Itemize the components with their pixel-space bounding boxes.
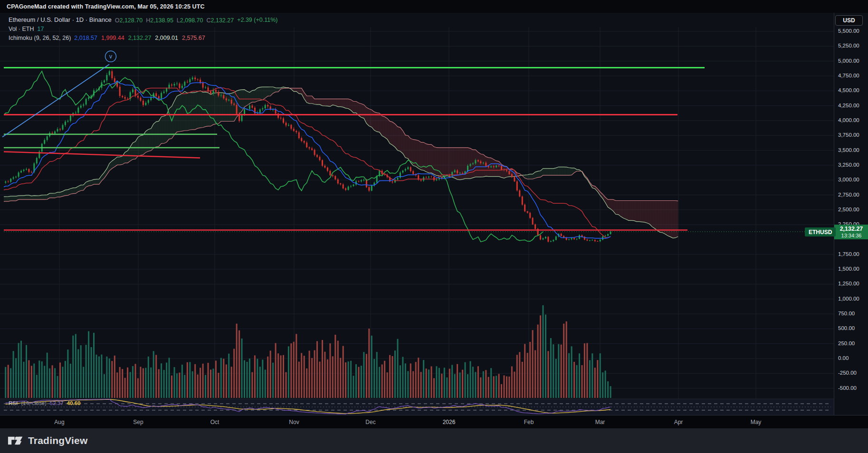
price-tick-label: 750.00 bbox=[838, 311, 855, 316]
price-tick-label: 3,750.00 bbox=[838, 132, 859, 138]
ichimoku-legend-row: Ichimoku (9, 26, 52, 26) 2,018.571,999.4… bbox=[9, 33, 277, 42]
price-tick-label: 5,000.00 bbox=[838, 58, 859, 64]
rsi-label: RSI bbox=[9, 400, 18, 406]
time-tick-label: Dec bbox=[365, 419, 375, 425]
time-tick-label: May bbox=[751, 419, 762, 425]
price-chart-canvas[interactable]: v bbox=[0, 13, 834, 415]
price-tick-label: 5,250.00 bbox=[838, 43, 859, 48]
price-tick-label: -250.00 bbox=[838, 370, 857, 376]
ichimoku-label: Ichimoku (9, 26, 52, 26) bbox=[9, 35, 71, 41]
tradingview-logo-icon bbox=[8, 435, 23, 446]
symbol-title: Ethereum / U.S. Dollar · 1D · Binance bbox=[9, 16, 112, 23]
price-tick-label: 1,250.00 bbox=[838, 281, 859, 286]
price-tick-label: 1,000.00 bbox=[838, 296, 859, 302]
ohlc-item: C2,132.27 bbox=[206, 16, 234, 24]
volume-legend-row: Vol · ETH 17 bbox=[9, 24, 277, 33]
last-price-badge: 2,132.27 13:34:36 bbox=[834, 225, 868, 239]
symbol-price-flag: ETHUSD bbox=[805, 227, 836, 236]
tradingview-snapshot: CPAGoneMad created with TradingView.com,… bbox=[0, 0, 868, 453]
ohlc-item: H2,138.95 bbox=[146, 16, 173, 24]
time-tick-label: Oct bbox=[210, 419, 219, 425]
price-tick-label: 4,000.00 bbox=[838, 117, 859, 123]
time-tick-label: Feb bbox=[524, 419, 534, 425]
price-axis[interactable]: USD 5,500.005,250.005,000.004,750.004,50… bbox=[834, 13, 868, 415]
price-tick-label: 3,000.00 bbox=[838, 177, 859, 182]
currency-unit-button[interactable]: USD bbox=[835, 15, 863, 26]
price-tick-label: 4,500.00 bbox=[838, 87, 859, 93]
change-value: +2.39 (+0.11%) bbox=[237, 17, 277, 23]
ichimoku-value: 2,009.01 bbox=[155, 35, 178, 41]
price-tick-label: 5,500.00 bbox=[838, 28, 859, 34]
time-tick-label: Apr bbox=[674, 419, 683, 425]
price-tick-label: 2,500.00 bbox=[838, 207, 859, 212]
bar-countdown: 13:34:36 bbox=[841, 232, 862, 239]
tradingview-logo-text: TradingView bbox=[28, 435, 88, 446]
ohlc-item: O2,128.70 bbox=[115, 16, 143, 24]
time-tick-label: Sep bbox=[133, 419, 143, 425]
ichimoku-value: 1,999.44 bbox=[101, 35, 124, 41]
attribution-bar: CPAGoneMad created with TradingView.com,… bbox=[0, 0, 868, 13]
attribution-text: CPAGoneMad created with TradingView.com,… bbox=[7, 3, 205, 10]
footer-bar: TradingView bbox=[0, 428, 868, 453]
chart-area[interactable]: v Ethereum / U.S. Dollar · 1D · Binance … bbox=[0, 13, 868, 415]
ichimoku-value: 2,575.67 bbox=[182, 35, 205, 41]
volume-label: Vol · ETH bbox=[9, 26, 34, 32]
rsi-params: (14, close) bbox=[21, 400, 47, 406]
ichimoku-value: 2,018.57 bbox=[74, 35, 97, 41]
rsi-ma-value: 40.60 bbox=[67, 400, 81, 406]
time-tick-label: 2026 bbox=[443, 419, 456, 425]
time-axis[interactable]: AugSepOctNovDec2026FebMarAprMay bbox=[0, 415, 868, 428]
price-tick-label: 3,500.00 bbox=[838, 147, 859, 153]
price-tick-label: 4,750.00 bbox=[838, 73, 859, 78]
price-tick-label: 4,250.00 bbox=[838, 103, 859, 108]
rsi-legend: RSI (14, close) 52.37 40.60 bbox=[9, 400, 80, 406]
price-tick-label: -500.00 bbox=[838, 385, 857, 391]
price-tick-label: 1,750.00 bbox=[838, 251, 859, 257]
price-tick-label: 3,250.00 bbox=[838, 162, 859, 168]
last-price-value: 2,132.27 bbox=[840, 226, 863, 232]
time-tick-label: Aug bbox=[54, 419, 64, 425]
price-tick-label: 1,500.00 bbox=[838, 266, 859, 272]
ichimoku-value: 2,132.27 bbox=[128, 35, 152, 41]
price-tick-label: 500.00 bbox=[838, 325, 855, 331]
price-tick-label: 250.00 bbox=[838, 340, 855, 346]
ohlc-values: O2,128.70H2,138.95L2,098.70C2,132.27 bbox=[115, 16, 234, 24]
svg-text:v: v bbox=[109, 53, 112, 60]
price-tick-label: 0.00 bbox=[838, 355, 849, 361]
ichimoku-values: 2,018.571,999.442,132.272,009.012,575.67 bbox=[74, 35, 205, 41]
price-tick-label: 2,750.00 bbox=[838, 192, 859, 198]
chart-legend: Ethereum / U.S. Dollar · 1D · Binance O2… bbox=[9, 15, 277, 42]
time-tick-label: Nov bbox=[289, 419, 299, 425]
volume-value: 17 bbox=[38, 26, 44, 32]
time-tick-label: Mar bbox=[595, 419, 605, 425]
symbol-flag-text: ETHUSD bbox=[809, 229, 832, 236]
symbol-legend-row: Ethereum / U.S. Dollar · 1D · Binance O2… bbox=[9, 15, 277, 24]
rsi-value: 52.37 bbox=[50, 400, 64, 406]
ohlc-item: L2,098.70 bbox=[177, 16, 203, 24]
